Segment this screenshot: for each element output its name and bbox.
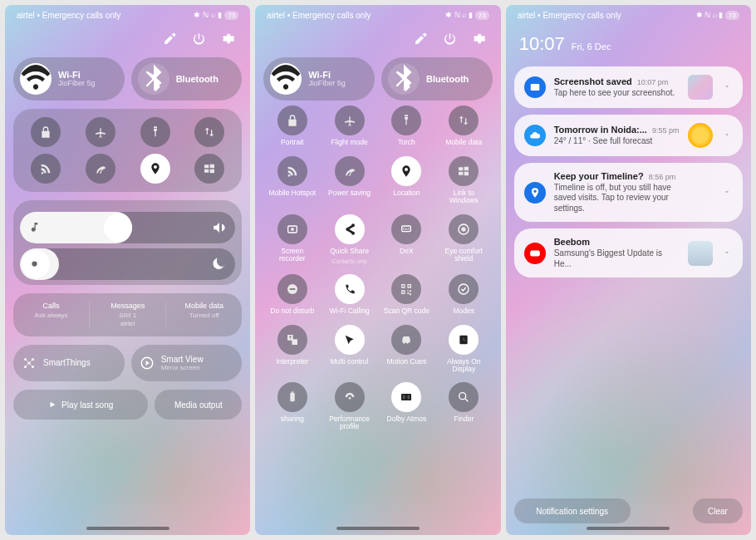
nav-handle[interactable] [336,527,420,530]
tile-motioncues[interactable]: Motion Cues [387,325,427,373]
tile-quickshare[interactable]: Quick ShareContacts only [330,214,369,264]
tile-label: Performance profile [325,415,375,430]
torch-tile[interactable] [140,117,170,147]
tile-interpreter[interactable]: Interpreter [276,325,308,373]
tile-label: Wi-Fi Calling [329,307,369,315]
expand-chevron-icon[interactable] [723,130,733,140]
clear-button[interactable]: Clear [693,498,743,523]
tile-aod[interactable]: Always On Display [439,325,488,373]
notification-youtube[interactable]: BeebomSamsung's Biggest Update is He... [514,228,743,277]
settings-button[interactable] [472,32,486,47]
signal-status-icon: ▮ [218,11,222,19]
tile-label: DeX [400,248,414,255]
smartview-icon [140,356,155,371]
bluetooth-icon [138,63,169,95]
tile-label: Link to Windows [439,189,488,204]
sim-panel[interactable]: Calls Ask always Messages SIM 1 airtel M… [13,293,242,336]
tile-sharing[interactable]: sharing [277,382,307,430]
carrier-text: airtel • Emergency calls only [518,11,621,20]
location-tile[interactable] [140,154,170,184]
smartthings-title: SmartThings [43,359,91,368]
play-last-song-button[interactable]: Play last song [13,390,148,420]
notif-title: Screenshot saved [554,76,632,88]
notif-title: Tomorrow in Noida:... [554,125,647,136]
power-saving-tile[interactable] [86,154,115,184]
notification-settings-button[interactable]: Notification settings [514,498,631,523]
tile-powersave[interactable]: Power saving [328,156,371,204]
tile-label: Flight mode [331,139,367,146]
notif-title: Keep your Timeline? [554,171,644,183]
hotspot-tile[interactable] [31,154,61,184]
quick-tiles-compact [13,109,242,192]
mobile-data-tile[interactable] [194,117,224,147]
weather-icon [524,125,546,146]
tile-recorder[interactable]: Screen recorder [268,214,317,264]
expand-chevron-icon[interactable] [723,82,733,92]
tile-eyecomfort[interactable]: Eye comfort shield [439,214,488,264]
expand-chevron-icon[interactable] [723,248,733,258]
tile-dnd[interactable]: Do not disturb [270,274,314,315]
panel-notifications: airtel • Emergency calls only ✱ ℕ ⌕ ▮ 73… [506,5,751,535]
maps-icon [524,182,546,204]
notif-time: 10:07 pm [637,78,669,87]
tile-label: Do not disturb [270,307,314,315]
smartview-sub: Mirror screen [161,365,204,371]
tile-flight[interactable]: Flight mode [331,106,367,146]
notification-gallery[interactable]: Screenshot saved10:07 pmTap here to see … [514,66,743,108]
smartthings-card[interactable]: SmartThings [13,345,125,381]
notification-list: Screenshot saved10:07 pmTap here to see … [514,66,743,277]
tile-portrait[interactable]: Portrait [277,106,307,146]
flight-mode-tile[interactable] [86,117,115,147]
tile-finder[interactable]: Finder [449,382,479,430]
notification-maps[interactable]: Keep your Timeline?8:56 pmTimeline is of… [514,163,743,222]
portrait-tile[interactable] [31,117,61,147]
notif-time: 9:55 pm [652,126,680,135]
tile-multicontrol[interactable]: Multi control [331,325,369,373]
youtube-icon [524,243,546,264]
tile-dolby[interactable]: Dolby Atmos [387,382,427,430]
date: Fri, 6 Dec [572,42,611,52]
tile-mobiledata[interactable]: Mobile data [445,106,482,146]
notif-subtitle: Timeline is off, but you still have save… [554,183,681,214]
power-menu-button[interactable] [443,32,457,47]
gallery-icon [524,76,546,98]
brightness-slider[interactable] [20,248,235,280]
smartthings-icon [22,356,37,371]
settings-button[interactable] [221,32,235,47]
sim-mobile-data[interactable]: Mobile data Turned off [166,302,242,328]
media-output-button[interactable]: Media output [155,390,242,420]
tile-torch[interactable]: Torch [391,106,421,146]
wifi-pill[interactable]: Wi-Fi JioFiber 5g [13,57,125,101]
tile-label: Always On Display [439,358,488,373]
notification-weather[interactable]: Tomorrow in Noida:...9:55 pm24° / 11° · … [514,115,743,156]
tile-wificalling[interactable]: Wi-Fi Calling [329,274,369,315]
tile-modes[interactable]: Modes [449,274,479,315]
tile-perf[interactable]: Performance profile [325,382,375,430]
wifi-pill[interactable]: Wi-FiJioFiber 5g [263,57,375,101]
power-menu-button[interactable] [192,32,206,47]
bluetooth-pill[interactable]: Bluetooth [131,57,243,101]
tile-qr[interactable]: Scan QR code [384,274,430,315]
smartview-card[interactable]: Smart View Mirror screen [131,345,243,381]
tile-link[interactable]: Link to Windows [439,156,488,204]
bluetooth-status-icon: ✱ [194,11,200,19]
wifi-subtitle: JioFiber 5g [58,80,96,88]
bluetooth-pill[interactable]: Bluetooth [381,57,493,101]
nfc-status-icon: ℕ [203,11,209,19]
tile-location[interactable]: Location [391,156,421,204]
nav-handle[interactable] [587,527,670,530]
tile-label: Portrait [281,139,303,146]
link-windows-tile[interactable] [194,154,224,184]
quick-tiles-expanded: PortraitFlight modeTorchMobile dataMobil… [263,101,492,430]
tile-dex[interactable]: DeX [391,214,421,264]
volume-slider[interactable] [20,212,235,243]
sim-messages[interactable]: Messages SIM 1 airtel [90,302,166,328]
play-icon [48,400,56,409]
sliders-panel [13,200,242,285]
tile-label: Screen recorder [268,248,317,263]
tile-hotspot[interactable]: Mobile Hotspot [268,156,316,204]
sim-calls[interactable]: Calls Ask always [13,302,90,328]
nav-handle[interactable] [86,527,169,530]
battery-percentage: 73 [224,11,238,20]
expand-chevron-icon[interactable] [723,188,733,198]
